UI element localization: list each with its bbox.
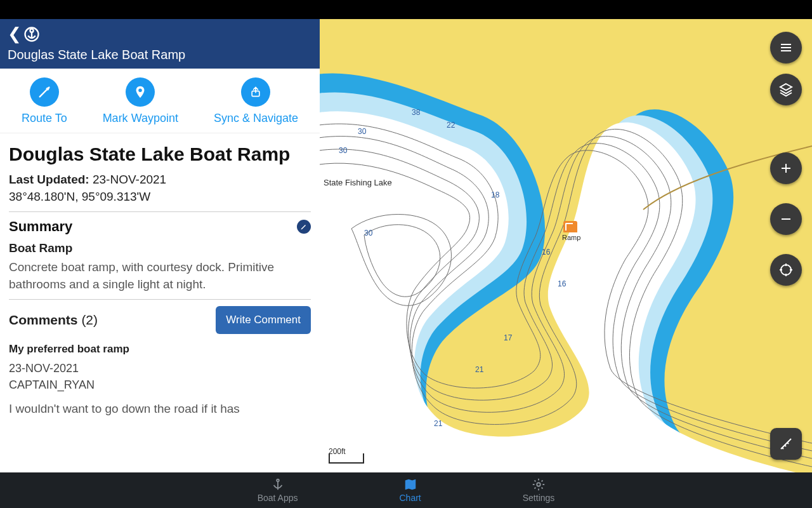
summary-heading: Summary: [9, 218, 72, 235]
route-icon: [37, 85, 51, 99]
share-icon: [249, 86, 262, 98]
poi-name: Douglas State Lake Boat Ramp: [9, 144, 311, 165]
depth-label: 30: [358, 127, 366, 136]
scale-bar: 200ft: [329, 447, 364, 464]
nav-settings[interactable]: Settings: [523, 478, 555, 503]
comments-count: (2): [81, 312, 98, 327]
nav-chart-label: Chart: [400, 493, 421, 503]
minus-icon: [778, 211, 794, 227]
sync-navigate-label: Sync & Navigate: [214, 112, 298, 125]
svg-point-7: [537, 483, 540, 486]
svg-point-6: [277, 479, 279, 482]
poi-type: Boat Ramp: [9, 241, 311, 255]
nav-boat-apps[interactable]: Boat Apps: [258, 478, 298, 503]
mark-waypoint-button[interactable]: Mark Waypoint: [103, 77, 178, 125]
layers-icon: [778, 82, 794, 97]
map-icon: [403, 478, 417, 491]
crosshair-icon: [778, 262, 794, 277]
layers-button[interactable]: [770, 74, 802, 105]
zoom-out-button[interactable]: [770, 203, 802, 235]
map-canvas: [320, 19, 812, 472]
depth-label: 16: [558, 279, 566, 288]
panel-title: Douglas State Lake Boat Ramp: [8, 48, 312, 62]
hamburger-icon: [778, 40, 794, 55]
panel-body: Douglas State Lake Boat Ramp Last Update…: [0, 133, 320, 472]
nav-boat-apps-label: Boat Apps: [258, 493, 298, 503]
mark-waypoint-label: Mark Waypoint: [103, 112, 178, 125]
nav-settings-label: Settings: [523, 493, 555, 503]
depth-label: 18: [491, 190, 499, 199]
depth-label: 17: [504, 333, 512, 342]
svg-point-2: [139, 89, 143, 93]
detail-panel: ❮ Douglas State Lake Boat Ramp Route To …: [0, 19, 320, 472]
panel-header: ❮ Douglas State Lake Boat Ramp: [0, 19, 320, 69]
svg-point-1: [30, 29, 33, 32]
updated-value: 23-NOV-2021: [93, 173, 166, 186]
nav-chart[interactable]: Chart: [400, 478, 421, 503]
depth-label: 38: [412, 108, 420, 117]
comment-title: My preferred boat ramp: [9, 343, 311, 356]
poi-coords: 38°48.180'N, 95°09.313'W: [9, 190, 150, 203]
updated-label: Last Updated:: [9, 173, 89, 186]
zoom-in-button[interactable]: [770, 152, 802, 184]
poi-meta: Last Updated: 23-NOV-2021 38°48.180'N, 9…: [9, 171, 311, 205]
depth-label: 21: [475, 365, 483, 374]
divider: [9, 299, 311, 300]
bottom-nav: Boat Apps Chart Settings: [0, 472, 812, 508]
ruler-pencil-icon: [778, 436, 794, 451]
status-bar: [0, 0, 812, 19]
route-to-button[interactable]: Route To: [22, 77, 67, 125]
depth-label: 30: [339, 146, 347, 155]
tools-button[interactable]: [770, 428, 802, 460]
chart-view[interactable]: State Fishing Lake 30 30 38 22 18 16 16 …: [320, 19, 812, 472]
pencil-icon: [300, 223, 308, 231]
comment-date: 23-NOV-2021: [9, 362, 79, 375]
summary-text: Concrete boat ramp, with courtesy dock. …: [9, 259, 311, 293]
lake-label: State Fishing Lake: [324, 178, 392, 187]
menu-button[interactable]: [770, 32, 802, 64]
pin-icon: [133, 85, 147, 99]
depth-label: 22: [447, 121, 455, 130]
route-to-label: Route To: [22, 112, 67, 125]
action-row: Route To Mark Waypoint Sync & Navigate: [0, 69, 320, 133]
comment-body: I wouldn't want to go down the road if i…: [9, 402, 311, 416]
depth-label: 16: [542, 248, 550, 257]
back-button[interactable]: ❮: [8, 24, 312, 44]
sync-navigate-button[interactable]: Sync & Navigate: [214, 77, 298, 125]
boat-ramp-marker-label: Ramp: [562, 234, 580, 241]
chevron-left-icon: ❮: [8, 24, 22, 44]
edit-summary-button[interactable]: [297, 220, 311, 234]
boat-ramp-marker[interactable]: [563, 221, 577, 232]
plus-icon: [778, 161, 794, 176]
divider: [9, 211, 311, 212]
comment-meta: 23-NOV-2021 CAPTAIN_RYAN: [9, 361, 311, 392]
anchor-icon: [23, 25, 41, 43]
write-comment-button[interactable]: Write Comment: [216, 306, 311, 334]
gear-icon: [532, 478, 546, 491]
depth-label: 21: [434, 419, 442, 428]
depth-label: 30: [364, 229, 372, 237]
svg-point-5: [781, 265, 791, 275]
comment-author: CAPTAIN_RYAN: [9, 378, 95, 391]
comments-heading: Comments (2): [9, 312, 98, 328]
scale-label: 200ft: [329, 447, 346, 456]
locate-button[interactable]: [770, 254, 802, 286]
anchor-icon: [271, 478, 285, 491]
